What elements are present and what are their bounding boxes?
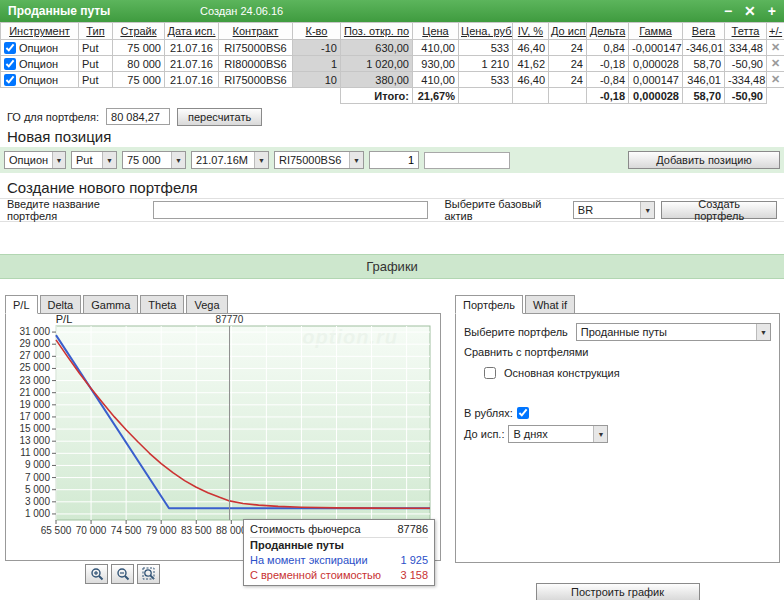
col-gamma[interactable]: Гамма bbox=[629, 23, 683, 40]
open-price-field[interactable]: 1 020,00 bbox=[341, 56, 413, 72]
col-theta[interactable]: Тетта bbox=[725, 23, 767, 40]
delete-row-button[interactable]: ✕ bbox=[767, 40, 784, 56]
zoom-in-button[interactable] bbox=[85, 564, 108, 584]
rubles-checkbox[interactable] bbox=[517, 407, 529, 419]
add-position-button[interactable]: Добавить позицию bbox=[628, 151, 780, 169]
col-qty[interactable]: К-во bbox=[293, 23, 341, 40]
expiry-cell: 21.07.16 bbox=[165, 72, 219, 88]
svg-text:65 500: 65 500 bbox=[41, 525, 72, 536]
margin-label: ГО для портфеля: bbox=[7, 111, 99, 123]
col-strike[interactable]: Страйк bbox=[113, 23, 165, 40]
zoom-out-button[interactable] bbox=[111, 564, 134, 584]
col-contract[interactable]: Контракт bbox=[219, 23, 293, 40]
svg-text:27 000: 27 000 bbox=[19, 350, 50, 361]
expiry-cell: 21.07.16 bbox=[165, 56, 219, 72]
row-checkbox[interactable] bbox=[4, 58, 16, 70]
expiry-select[interactable]: 21.07.16M▼ bbox=[191, 151, 269, 169]
zoom-out-icon bbox=[116, 567, 130, 581]
col-delta[interactable]: Дельта bbox=[587, 23, 629, 40]
tab-gamma[interactable]: Gamma bbox=[83, 295, 138, 314]
delete-row-button[interactable]: ✕ bbox=[767, 56, 784, 72]
tab-what-if[interactable]: What if bbox=[525, 295, 575, 314]
instrument-label: Опцион bbox=[19, 58, 58, 70]
portfolio-titlebar: Проданные путы Создан 24.06.16 − ✕ + bbox=[0, 0, 784, 22]
chevron-down-icon: ▼ bbox=[52, 152, 65, 168]
contract-select[interactable]: RI75000BS6▼ bbox=[274, 151, 364, 169]
col-expiry[interactable]: Дата исп. bbox=[165, 23, 219, 40]
col-type[interactable]: Тип bbox=[79, 23, 113, 40]
col-price[interactable]: Цена bbox=[413, 23, 459, 40]
contract-cell: RI80000BS6 bbox=[219, 56, 293, 72]
price-cell: 410,00 bbox=[413, 72, 459, 88]
open-price-field[interactable]: 630,00 bbox=[341, 40, 413, 56]
svg-text:74 500: 74 500 bbox=[111, 525, 142, 536]
days-cell: 24 bbox=[549, 72, 587, 88]
totals-label: Итого: bbox=[341, 88, 413, 104]
col-iv[interactable]: IV, % bbox=[513, 23, 549, 40]
tab-theta[interactable]: Theta bbox=[140, 295, 184, 314]
svg-text:25 000: 25 000 bbox=[19, 362, 50, 373]
position-row: Опцион Put 75 000 21.07.16 RI75000BS6 10… bbox=[1, 72, 784, 88]
type-select[interactable]: Put▼ bbox=[71, 151, 117, 169]
margin-value-field[interactable]: 80 084,27 bbox=[106, 108, 170, 125]
tab-delta[interactable]: Delta bbox=[40, 295, 82, 314]
tab-vega[interactable]: Vega bbox=[186, 295, 227, 314]
tooltip-timevalue-value: 3 158 bbox=[400, 568, 428, 583]
svg-text:17 000: 17 000 bbox=[19, 411, 50, 422]
main-construction-checkbox[interactable] bbox=[484, 367, 496, 379]
price-rub-cell: 1 210 bbox=[459, 56, 513, 72]
open-price-input[interactable] bbox=[424, 152, 510, 169]
gamma-cell: 0,000028 bbox=[629, 56, 683, 72]
svg-text:87770: 87770 bbox=[216, 314, 244, 325]
base-asset-select[interactable]: BR▼ bbox=[573, 201, 655, 219]
svg-text:P/L: P/L bbox=[56, 314, 73, 325]
delete-row-button[interactable]: ✕ bbox=[767, 72, 784, 88]
portfolio-select[interactable]: Проданные путы▼ bbox=[576, 323, 771, 341]
zoom-reset-button[interactable] bbox=[137, 564, 160, 584]
type-cell: Put bbox=[79, 40, 113, 56]
build-chart-button[interactable]: Построить график bbox=[536, 583, 700, 600]
create-portfolio-button[interactable]: Создать портфель bbox=[661, 201, 777, 219]
totals-theta: -50,90 bbox=[725, 88, 767, 104]
portfolio-name-label: Введите название портфеля bbox=[7, 198, 147, 222]
qty-input[interactable] bbox=[369, 151, 419, 169]
svg-text:79 000: 79 000 bbox=[146, 525, 177, 536]
minimize-icon[interactable]: − bbox=[724, 4, 732, 18]
col-vega[interactable]: Вега bbox=[683, 23, 725, 40]
days-cell: 24 bbox=[549, 40, 587, 56]
add-icon[interactable]: + bbox=[768, 4, 776, 18]
strike-cell: 80 000 bbox=[113, 56, 165, 72]
portfolio-name-input[interactable] bbox=[153, 201, 429, 219]
qty-field[interactable]: -10 bbox=[293, 40, 341, 56]
col-price-rub[interactable]: Цена, руб. bbox=[459, 23, 513, 40]
days-select[interactable]: В днях▼ bbox=[508, 425, 608, 443]
chevron-down-icon: ▼ bbox=[756, 324, 770, 340]
created-date: Создан 24.06.16 bbox=[200, 5, 283, 17]
instrument-select[interactable]: Опцион▼ bbox=[4, 151, 66, 169]
totals-percent: 21,67% bbox=[413, 88, 459, 104]
col-open-at[interactable]: Поз. откр. по bbox=[341, 23, 413, 40]
zoom-reset-icon bbox=[142, 567, 156, 581]
type-cell: Put bbox=[79, 72, 113, 88]
price-cell: 930,00 bbox=[413, 56, 459, 72]
qty-field[interactable]: 1 bbox=[293, 56, 341, 72]
close-icon[interactable]: ✕ bbox=[744, 4, 756, 18]
svg-text:21 000: 21 000 bbox=[19, 387, 50, 398]
row-checkbox[interactable] bbox=[4, 74, 16, 86]
tab-pl[interactable]: P/L bbox=[5, 295, 38, 314]
totals-gamma: 0,000028 bbox=[629, 88, 683, 104]
qty-field[interactable]: 10 bbox=[293, 72, 341, 88]
new-position-title: Новая позиция bbox=[7, 128, 784, 145]
svg-text:5 000: 5 000 bbox=[25, 484, 50, 495]
open-price-field[interactable]: 380,00 bbox=[341, 72, 413, 88]
theta-cell: -334,48 bbox=[725, 72, 767, 88]
row-checkbox[interactable] bbox=[4, 42, 16, 54]
col-days[interactable]: До исп. bbox=[549, 23, 587, 40]
delta-cell: -0,84 bbox=[587, 72, 629, 88]
svg-text:9 000: 9 000 bbox=[25, 459, 50, 470]
positions-table: Инструмент Тип Страйк Дата исп. Контракт… bbox=[0, 22, 784, 104]
recalculate-button[interactable]: пересчитать bbox=[177, 108, 262, 126]
col-instrument[interactable]: Инструмент bbox=[1, 23, 79, 40]
tab-portfolio[interactable]: Портфель bbox=[455, 295, 523, 314]
strike-select[interactable]: 75 000▼ bbox=[122, 151, 186, 169]
